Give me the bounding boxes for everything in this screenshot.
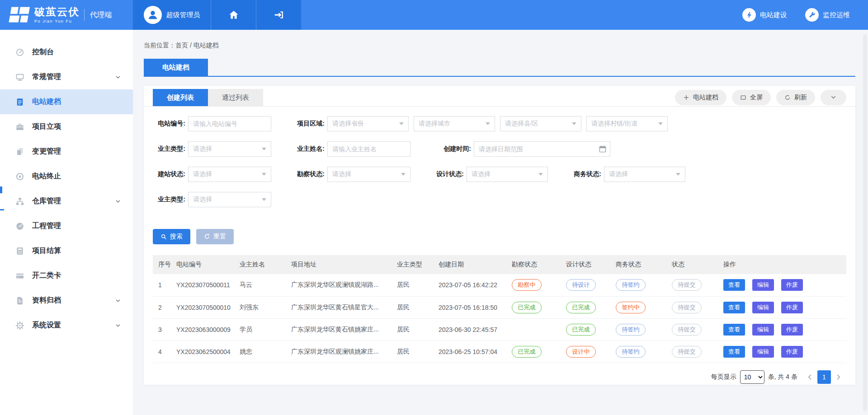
view-button[interactable]: 查看 — [723, 324, 745, 336]
prev-page-button[interactable] — [806, 373, 814, 381]
view-button[interactable]: 查看 — [723, 346, 745, 358]
cell-actions: 查看编辑作废 — [720, 274, 846, 296]
sidebar-item-station-archive[interactable]: 电站建档 — [0, 89, 133, 114]
filter-form: 电站编号: 项目区域: 请选择省份请选择城市请选择县/区请选择村镇/街道 业主类… — [144, 107, 855, 207]
page-size-select[interactable]: 10 — [740, 370, 764, 384]
invalidate-button[interactable]: 作废 — [781, 346, 803, 358]
sidebar-item-engineering-mgmt[interactable]: 工程管理 — [0, 214, 133, 238]
table-header-row: 序号电站编号业主姓名项目地址业主类型创建日期勘察状态设计状态商务状态状态操作 — [153, 255, 846, 274]
region-select-3[interactable]: 请选择村镇/街道 — [586, 116, 668, 131]
sidebar-item-label: 电站建档 — [32, 97, 61, 107]
breadcrumb-label: 当前位置： — [144, 42, 175, 49]
wrench-icon — [805, 8, 819, 22]
tab-create-list[interactable]: 创建列表 — [153, 89, 208, 106]
sidebar-scroll-mark — [0, 209, 4, 210]
survey-status-select[interactable]: 请选择 — [327, 167, 410, 182]
region-select-2[interactable]: 请选择县/区 — [500, 116, 581, 131]
cell-business-status: 待签约 — [612, 340, 668, 363]
cell-status-status: 待提交 — [668, 274, 720, 296]
sidebar-item-second-class-card[interactable]: 开二类卡 — [0, 263, 133, 288]
next-page-button[interactable] — [835, 373, 843, 381]
fullscreen-button[interactable]: 全屏 — [732, 90, 771, 105]
cell-status-status: 待提交 — [668, 340, 720, 363]
owner-name-input[interactable] — [327, 141, 410, 157]
caret-down-icon — [676, 173, 680, 176]
sidebar-item-project-settlement[interactable]: 项目结算 — [0, 238, 133, 263]
sidebar: 控制台常规管理电站建档项目立项变更管理电站终止仓库管理工程管理项目结算开二类卡资… — [0, 30, 133, 415]
invalidate-button[interactable]: 作废 — [781, 324, 803, 336]
caret-down-icon — [486, 122, 490, 125]
cell-status-status: 待提交 — [668, 296, 720, 318]
cell-index: 3 — [153, 318, 173, 340]
column-header: 项目地址 — [288, 255, 393, 274]
home-icon — [228, 9, 239, 20]
create-station-button[interactable]: 电站建档 — [675, 90, 726, 105]
status-badge: 待提交 — [672, 302, 702, 313]
button-label: 全屏 — [750, 93, 763, 102]
build-status-select[interactable]: 请选择 — [188, 167, 271, 182]
invalidate-button[interactable]: 作废 — [781, 302, 803, 313]
cell-actions: 查看编辑作废 — [720, 296, 846, 318]
page-scrollbar[interactable] — [863, 34, 867, 411]
user-icon — [147, 9, 159, 21]
tab-pass-list[interactable]: 通过列表 — [208, 89, 263, 106]
station-no-input[interactable] — [188, 116, 271, 131]
app-root: 破茧云伏 Po Jian Yun Fu 代理端 超级管理员 电站建设 监控运维 … — [0, 0, 868, 415]
status-badge: 待提交 — [672, 346, 702, 358]
sidebar-item-data-archive[interactable]: 资料归档 — [0, 288, 133, 313]
column-header: 商务状态 — [612, 255, 668, 274]
view-button[interactable]: 查看 — [723, 279, 745, 291]
filter-buttons: 搜索 重置 — [144, 217, 855, 244]
owner-type2-select[interactable]: 请选择 — [188, 192, 271, 207]
search-button[interactable]: 搜索 — [153, 229, 190, 244]
sidebar-item-label: 资料归档 — [32, 296, 61, 305]
logout-button[interactable] — [256, 0, 301, 30]
view-button[interactable]: 查看 — [723, 302, 745, 313]
content-card: 创建列表 通过列表 电站建档 全屏 刷新 — [144, 86, 855, 385]
sidebar-scrollbar-thumb[interactable] — [0, 187, 2, 193]
sidebar-item-general-mgmt[interactable]: 常规管理 — [0, 65, 133, 89]
column-header: 操作 — [720, 255, 846, 274]
monitor-icon — [15, 73, 24, 82]
bolt-icon — [742, 8, 756, 22]
region-select-1[interactable]: 请选择城市 — [414, 116, 495, 131]
refresh-button[interactable]: 刷新 — [776, 90, 815, 105]
sidebar-item-change-mgmt[interactable]: 变更管理 — [0, 139, 133, 164]
invalidate-button[interactable]: 作废 — [781, 279, 803, 291]
design-status-select[interactable]: 请选择 — [467, 167, 548, 182]
owner-type-select[interactable]: 请选择 — [188, 141, 271, 157]
sidebar-item-label: 仓库管理 — [32, 196, 61, 206]
user-menu[interactable]: 超级管理员 — [133, 0, 211, 30]
current-page-button[interactable]: 1 — [817, 370, 831, 384]
page-tab[interactable]: 电站建档 — [144, 59, 208, 76]
edit-button[interactable]: 编辑 — [752, 279, 774, 291]
cell-business-status: 待签约 — [612, 274, 668, 296]
nav-monitor-ops[interactable]: 监控运维 — [805, 0, 850, 30]
total-label: 条, 共 4 条 — [768, 373, 797, 381]
cell-business-status: 待签约 — [612, 318, 668, 340]
edit-button[interactable]: 编辑 — [752, 346, 774, 358]
cell-project-address: 广东深圳龙华区黄石镇姚家庄... — [288, 318, 393, 340]
fullscreen-icon — [740, 94, 746, 101]
date-range-input[interactable] — [474, 141, 610, 157]
collapse-button[interactable] — [821, 90, 846, 105]
nav-station-build[interactable]: 电站建设 — [742, 0, 787, 30]
copy-icon — [15, 147, 24, 156]
sidebar-item-project-initiation[interactable]: 项目立项 — [0, 114, 133, 139]
table-row: 3YX2023063000009学员广东深圳龙华区黄石镇姚家庄...居民2023… — [153, 318, 846, 340]
edit-button[interactable]: 编辑 — [752, 302, 774, 313]
region-select-0[interactable]: 请选择省份 — [327, 116, 409, 131]
business-status-select[interactable]: 请选择 — [604, 167, 685, 182]
brand: 破茧云伏 Po Jian Yun Fu 代理端 — [0, 0, 133, 30]
reset-button[interactable]: 重置 — [196, 229, 234, 244]
sidebar-item-warehouse-mgmt[interactable]: 仓库管理 — [0, 189, 133, 214]
edit-button[interactable]: 编辑 — [752, 324, 774, 336]
sidebar-item-station-termination[interactable]: 电站终止 — [0, 164, 133, 189]
sidebar-item-console[interactable]: 控制台 — [0, 40, 133, 65]
brand-title: 破茧云伏 — [34, 6, 80, 18]
cell-index: 4 — [153, 340, 173, 363]
home-button[interactable] — [211, 0, 256, 30]
sidebar-item-system-settings[interactable]: 系统设置 — [0, 313, 133, 338]
sidebar-item-label: 控制台 — [32, 47, 54, 57]
sidebar-item-label: 常规管理 — [32, 72, 61, 82]
